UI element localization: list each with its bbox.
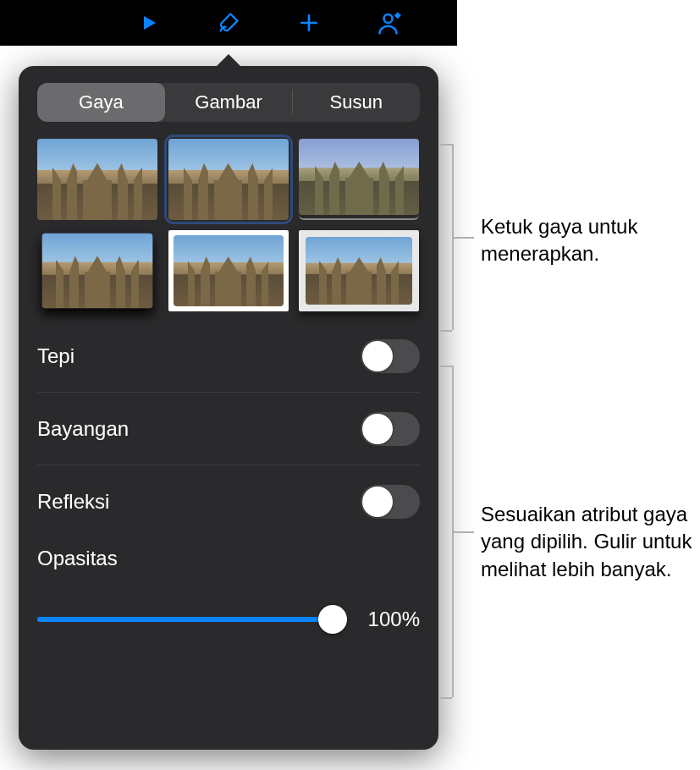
- add-icon[interactable]: [298, 12, 320, 34]
- add-people-icon[interactable]: [378, 10, 403, 36]
- callout-bracket: [440, 366, 452, 367]
- callout-bracket: [454, 237, 474, 239]
- top-toolbar: [0, 0, 457, 46]
- shadow-row[interactable]: Bayangan: [37, 393, 420, 465]
- border-toggle[interactable]: [361, 339, 420, 373]
- callout-bracket: [440, 697, 452, 699]
- tab-arrange[interactable]: Susun: [292, 83, 420, 122]
- border-row[interactable]: Tepi: [37, 320, 420, 393]
- style-thumb[interactable]: [299, 139, 419, 220]
- shadow-toggle[interactable]: [361, 412, 420, 446]
- callout-bracket: [440, 144, 452, 146]
- callout-text-styles: Ketuk gaya untuk menerapkan.: [481, 213, 692, 268]
- opacity-label: Opasitas: [37, 547, 420, 570]
- style-thumb[interactable]: [37, 139, 157, 220]
- style-thumb[interactable]: [299, 230, 419, 311]
- style-presets-grid: [37, 139, 420, 311]
- tab-style[interactable]: Gaya: [37, 83, 165, 122]
- reflection-row[interactable]: Refleksi: [37, 465, 420, 538]
- callout-text-adjust: Sesuaikan atribut gaya yang dipilih. Gul…: [481, 501, 699, 583]
- row-label: Tepi: [37, 344, 74, 368]
- tab-image[interactable]: Gambar: [165, 83, 293, 122]
- opacity-section: Opasitas 100%: [37, 547, 420, 631]
- play-icon[interactable]: [139, 13, 159, 33]
- reflection-toggle[interactable]: [361, 485, 420, 519]
- svg-point-0: [384, 14, 393, 23]
- tab-bar: Gaya Gambar Susun: [37, 83, 420, 122]
- row-label: Refleksi: [37, 490, 109, 514]
- style-thumb[interactable]: [168, 230, 289, 311]
- style-thumb[interactable]: [168, 139, 289, 220]
- style-thumb[interactable]: [37, 230, 157, 311]
- style-options: Tepi Bayangan Refleksi: [37, 320, 420, 538]
- format-popover: Gaya Gambar Susun Tepi Bayangan Refleksi…: [19, 66, 438, 750]
- callout-bracket: [440, 330, 452, 332]
- callout-bracket: [454, 531, 474, 533]
- opacity-value: 100%: [361, 608, 420, 631]
- format-brush-icon[interactable]: [217, 11, 240, 35]
- opacity-slider[interactable]: [37, 617, 345, 622]
- row-label: Bayangan: [37, 417, 129, 441]
